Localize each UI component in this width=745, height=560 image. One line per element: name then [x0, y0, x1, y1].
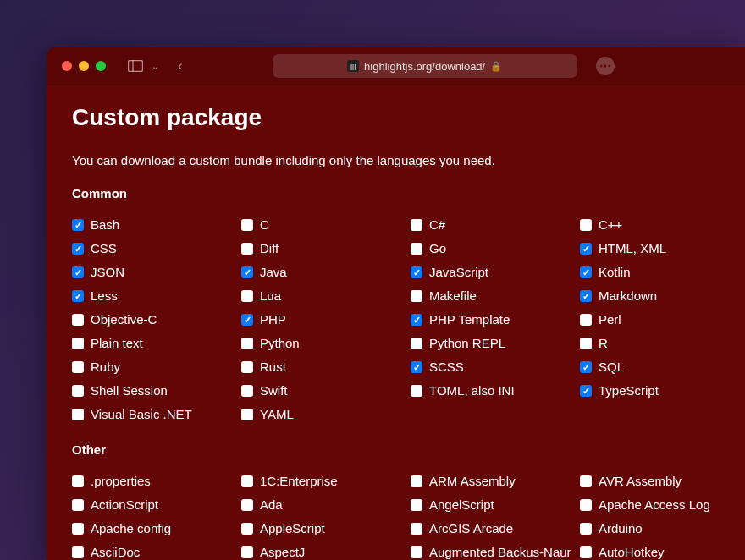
language-item-sql: ✓SQL [580, 358, 745, 376]
checkbox-swift[interactable]: ✓ [241, 385, 253, 397]
checkbox-diff[interactable]: ✓ [241, 243, 253, 255]
checkbox-avr-assembly[interactable]: ✓ [580, 475, 592, 487]
checkbox-python-repl[interactable]: ✓ [411, 338, 422, 349]
language-label: Bash [91, 217, 119, 233]
language-item-r: ✓R [580, 334, 745, 353]
checkbox-c[interactable]: ✓ [241, 219, 253, 231]
checkbox-actionscript[interactable]: ✓ [72, 499, 84, 511]
maximize-window-button[interactable] [96, 61, 106, 71]
checkbox-toml-also-ini[interactable]: ✓ [411, 385, 422, 397]
checkmark-icon: ✓ [244, 316, 251, 325]
language-label: Plain text [91, 335, 143, 352]
checkbox-r[interactable]: ✓ [580, 338, 592, 349]
checkbox-ada[interactable]: ✓ [241, 499, 253, 511]
checkbox-applescript[interactable]: ✓ [241, 523, 253, 535]
language-label: JavaScript [429, 264, 488, 281]
minimize-window-button[interactable] [79, 61, 89, 71]
language-label: R [599, 335, 608, 352]
language-item-makefile: ✓Makefile [411, 287, 580, 305]
checkbox-sql[interactable]: ✓ [580, 361, 592, 373]
checkbox-lua[interactable]: ✓ [241, 290, 253, 302]
language-label: YAML [260, 406, 294, 423]
language-label: Visual Basic .NET [91, 406, 192, 423]
checkbox-html-xml[interactable]: ✓ [580, 243, 592, 255]
language-label: Apache config [91, 520, 171, 537]
language-item-augmented-backus-naur-form: ✓Augmented Backus-Naur Form [411, 543, 580, 560]
sidebar-toggle-button[interactable] [128, 60, 143, 72]
checkbox-c[interactable]: ✓ [411, 219, 422, 231]
checkbox-ruby[interactable]: ✓ [72, 361, 84, 373]
checkbox-php[interactable]: ✓ [241, 314, 253, 326]
checkbox-apache-config[interactable]: ✓ [72, 523, 84, 535]
checkbox-arcgis-arcade[interactable]: ✓ [411, 523, 422, 535]
checkbox-c[interactable]: ✓ [580, 219, 592, 231]
checkbox-makefile[interactable]: ✓ [411, 290, 422, 302]
checkbox-1c-enterprise[interactable]: ✓ [241, 475, 253, 487]
checkbox-css[interactable]: ✓ [72, 243, 84, 255]
language-item-aspectj: ✓AspectJ [241, 543, 411, 560]
checkbox-plain-text[interactable]: ✓ [72, 338, 84, 349]
language-item-lua: ✓Lua [241, 287, 411, 305]
checkbox-arduino[interactable]: ✓ [580, 523, 592, 535]
checkbox-bash[interactable]: ✓ [72, 219, 84, 231]
language-item-objective-c: ✓Objective-C [72, 310, 241, 329]
language-label: ActionScript [91, 497, 158, 513]
section-title-common: Common [72, 186, 720, 200]
address-bar[interactable]: ||| highlightjs.org/download/ 🔒 [273, 54, 577, 78]
language-item-typescript: ✓TypeScript [580, 382, 745, 400]
checkbox-objective-c[interactable]: ✓ [72, 314, 84, 326]
language-item-apache-config: ✓Apache config [72, 519, 241, 538]
checkbox-typescript[interactable]: ✓ [580, 385, 592, 397]
checkbox-rust[interactable]: ✓ [241, 361, 253, 373]
checkbox-angelscript[interactable]: ✓ [411, 499, 422, 511]
checkbox-php-template[interactable]: ✓ [411, 314, 422, 326]
checkbox-perl[interactable]: ✓ [580, 314, 592, 326]
checkbox-go[interactable]: ✓ [411, 243, 422, 255]
language-label: PHP Template [429, 311, 510, 328]
checkbox-properties[interactable]: ✓ [72, 475, 84, 487]
checkbox-yaml[interactable]: ✓ [241, 409, 253, 420]
checkbox-aspectj[interactable]: ✓ [241, 546, 253, 558]
checkbox-json[interactable]: ✓ [72, 266, 84, 278]
language-item-arcgis-arcade: ✓ArcGIS Arcade [411, 519, 580, 538]
language-item-apache-access-log: ✓Apache Access Log [580, 496, 745, 514]
language-item-html-xml: ✓HTML, XML [580, 239, 745, 258]
checkbox-markdown[interactable]: ✓ [580, 290, 592, 302]
language-label: Rust [260, 359, 286, 376]
checkbox-asciidoc[interactable]: ✓ [72, 546, 84, 558]
language-label: Diff [260, 240, 279, 257]
checkbox-shell-session[interactable]: ✓ [72, 385, 84, 397]
checkbox-apache-access-log[interactable]: ✓ [580, 499, 592, 511]
checkbox-autohotkey[interactable]: ✓ [580, 546, 592, 558]
more-button[interactable]: ⋯ [596, 57, 615, 75]
language-label: Python REPL [429, 335, 505, 352]
checkmark-icon: ✓ [413, 316, 421, 325]
language-label: AppleScript [260, 520, 325, 537]
language-item-diff: ✓Diff [241, 239, 411, 258]
language-item-java: ✓Java [241, 263, 411, 282]
checkbox-arm-assembly[interactable]: ✓ [411, 475, 422, 487]
checkbox-less[interactable]: ✓ [72, 290, 84, 302]
svg-rect-0 [129, 61, 143, 72]
language-label: Makefile [429, 288, 477, 305]
back-button[interactable]: ‹ [178, 58, 183, 74]
language-label: Python [260, 335, 300, 352]
language-item-less: ✓Less [72, 287, 241, 305]
language-item-actionscript: ✓ActionScript [72, 496, 241, 514]
language-item-kotlin: ✓Kotlin [580, 263, 745, 282]
checkbox-scss[interactable]: ✓ [411, 361, 422, 373]
language-item-python: ✓Python [241, 334, 411, 353]
close-window-button[interactable] [62, 61, 72, 71]
checkbox-visual-basic-net[interactable]: ✓ [72, 409, 84, 420]
language-label: TypeScript [599, 382, 659, 399]
language-label: JSON [91, 264, 124, 281]
language-item-rust: ✓Rust [241, 358, 411, 376]
language-label: Shell Session [91, 382, 168, 399]
tab-group-dropdown[interactable]: ⌄ [152, 61, 159, 72]
checkbox-kotlin[interactable]: ✓ [580, 266, 592, 278]
checkmark-icon: ✓ [244, 268, 251, 277]
checkbox-javascript[interactable]: ✓ [411, 266, 422, 278]
checkbox-python[interactable]: ✓ [241, 338, 253, 349]
checkbox-augmented-backus-naur-form[interactable]: ✓ [411, 546, 422, 558]
checkbox-java[interactable]: ✓ [241, 266, 253, 278]
